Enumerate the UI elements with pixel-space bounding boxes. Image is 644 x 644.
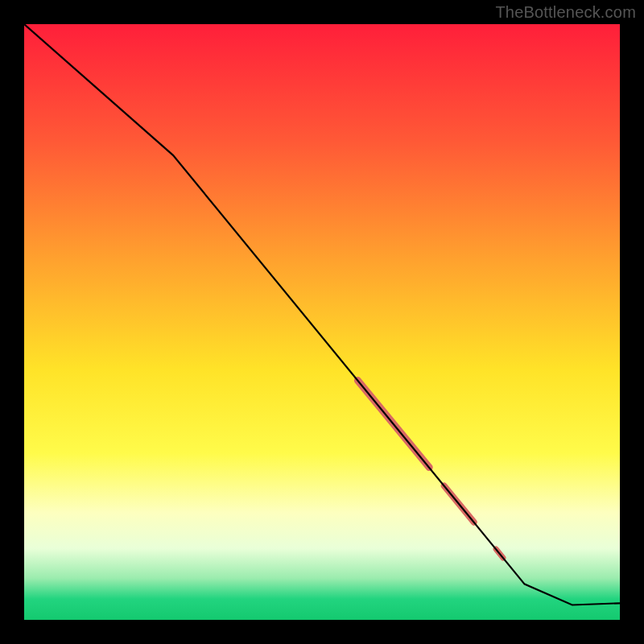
chart-frame: TheBottleneck.com: [0, 0, 644, 644]
chart-svg: [24, 24, 620, 620]
watermark-text: TheBottleneck.com: [495, 3, 636, 22]
plot-area: [24, 24, 620, 620]
gradient-background: [24, 24, 620, 620]
